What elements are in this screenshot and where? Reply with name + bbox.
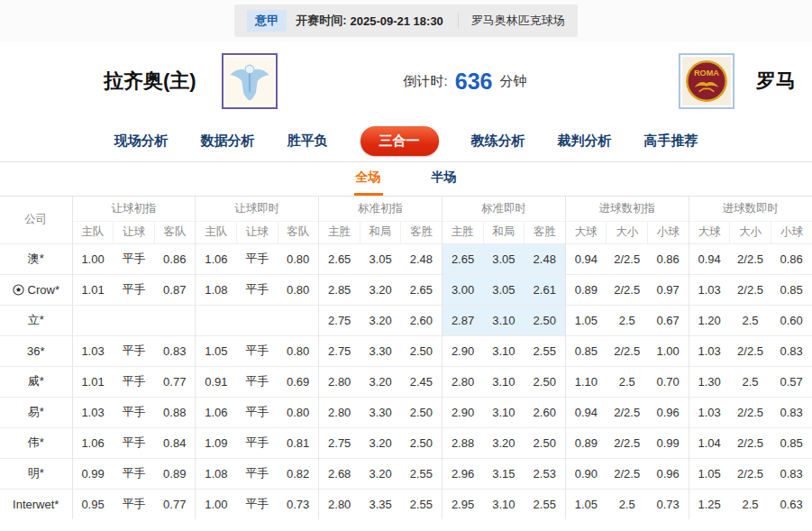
nav-tab-2[interactable]: 数据分析 xyxy=(201,133,255,150)
odds-cell[interactable]: 2.5 xyxy=(730,305,771,335)
odds-cell[interactable]: 2.5 xyxy=(607,305,648,335)
odds-cell[interactable]: 2.80 xyxy=(442,366,483,397)
odds-cell[interactable]: 平手 xyxy=(236,243,278,274)
odds-cell[interactable]: 0.69 xyxy=(278,366,319,397)
odds-cell[interactable]: 2.5 xyxy=(607,366,648,397)
odds-cell[interactable]: 3.35 xyxy=(360,489,401,519)
odds-cell[interactable]: 2/2.5 xyxy=(607,243,648,274)
odds-cell[interactable]: 平手 xyxy=(236,397,278,427)
odds-cell[interactable]: 2/2.5 xyxy=(730,274,771,305)
odds-cell[interactable]: 平手 xyxy=(114,427,155,458)
odds-cell[interactable] xyxy=(154,305,196,335)
company-cell[interactable]: 36* xyxy=(0,335,72,366)
odds-cell[interactable]: 2/2.5 xyxy=(607,335,648,366)
odds-cell[interactable]: 0.77 xyxy=(154,366,196,397)
odds-cell[interactable]: 0.85 xyxy=(565,335,607,366)
odds-cell[interactable]: 2.55 xyxy=(525,489,566,519)
odds-cell[interactable] xyxy=(196,305,237,335)
odds-cell[interactable]: 3.10 xyxy=(483,397,525,427)
odds-cell[interactable]: 3.10 xyxy=(483,335,525,366)
odds-cell[interactable]: 0.96 xyxy=(648,458,689,489)
odds-cell[interactable]: 1.06 xyxy=(196,243,237,274)
odds-cell[interactable]: 0.83 xyxy=(771,458,812,489)
odds-cell[interactable]: 1.06 xyxy=(72,427,114,458)
odds-cell[interactable]: 2.61 xyxy=(525,274,566,305)
odds-cell[interactable]: 2.75 xyxy=(319,305,360,335)
odds-cell[interactable]: 3.10 xyxy=(483,305,525,335)
odds-cell[interactable]: 2.53 xyxy=(525,458,566,489)
odds-cell[interactable]: 2/2.5 xyxy=(730,427,771,458)
nav-tab-6[interactable]: 裁判分析 xyxy=(558,133,612,150)
odds-cell[interactable]: 1.05 xyxy=(196,335,237,366)
odds-cell[interactable]: 2.90 xyxy=(442,397,483,427)
odds-cell[interactable]: 3.30 xyxy=(360,335,401,366)
odds-cell[interactable]: 3.20 xyxy=(483,427,525,458)
odds-cell[interactable]: 3.05 xyxy=(360,243,401,274)
odds-cell[interactable]: 2.50 xyxy=(401,427,442,458)
odds-cell[interactable]: 平手 xyxy=(236,274,278,305)
nav-tab-3[interactable]: 胜平负 xyxy=(287,133,328,150)
odds-cell[interactable]: 3.20 xyxy=(360,458,401,489)
odds-cell[interactable]: 1.03 xyxy=(689,335,730,366)
odds-cell[interactable]: 0.83 xyxy=(154,335,196,366)
nav-tab-4[interactable]: 三合一 xyxy=(360,126,439,156)
odds-cell[interactable]: 2.48 xyxy=(525,243,566,274)
odds-cell[interactable]: 2.75 xyxy=(319,335,360,366)
odds-cell[interactable]: 2.55 xyxy=(401,458,442,489)
odds-cell[interactable]: 平手 xyxy=(236,427,278,458)
odds-cell[interactable]: 1.08 xyxy=(196,458,237,489)
odds-cell[interactable]: 0.89 xyxy=(565,427,607,458)
odds-cell[interactable]: 0.94 xyxy=(689,243,730,274)
odds-cell[interactable]: 3.15 xyxy=(483,458,525,489)
odds-cell[interactable]: 1.00 xyxy=(72,243,114,274)
odds-cell[interactable]: 0.90 xyxy=(565,458,607,489)
odds-cell[interactable]: 2/2.5 xyxy=(730,397,771,427)
odds-cell[interactable]: 平手 xyxy=(114,366,155,397)
odds-cell[interactable]: 1.09 xyxy=(196,427,237,458)
odds-cell[interactable]: 2.48 xyxy=(401,243,442,274)
odds-cell[interactable]: 2.60 xyxy=(401,305,442,335)
odds-cell[interactable] xyxy=(114,305,155,335)
odds-cell[interactable] xyxy=(278,305,319,335)
odds-cell[interactable]: 1.20 xyxy=(689,305,730,335)
odds-cell[interactable]: 0.94 xyxy=(565,397,607,427)
odds-cell[interactable]: 3.20 xyxy=(360,274,401,305)
odds-cell[interactable]: 0.80 xyxy=(278,397,319,427)
nav-tab-7[interactable]: 高手推荐 xyxy=(644,133,698,150)
odds-cell[interactable] xyxy=(72,305,114,335)
odds-cell[interactable]: 1.05 xyxy=(689,458,730,489)
odds-cell[interactable]: 1.10 xyxy=(565,366,607,397)
odds-cell[interactable]: 0.89 xyxy=(565,274,607,305)
odds-cell[interactable]: 3.10 xyxy=(483,366,525,397)
odds-cell[interactable]: 1.05 xyxy=(565,489,607,519)
odds-cell[interactable]: 平手 xyxy=(114,458,155,489)
odds-cell[interactable]: 1.08 xyxy=(196,274,237,305)
odds-cell[interactable]: 1.03 xyxy=(72,335,114,366)
odds-cell[interactable]: 0.89 xyxy=(154,458,196,489)
odds-cell[interactable]: 3.10 xyxy=(483,489,525,519)
odds-cell[interactable]: 0.84 xyxy=(154,427,196,458)
company-cell[interactable]: Crow* xyxy=(0,274,72,305)
odds-cell[interactable]: 3.30 xyxy=(360,397,401,427)
odds-cell[interactable]: 1.04 xyxy=(689,427,730,458)
odds-cell[interactable]: 0.81 xyxy=(278,427,319,458)
odds-cell[interactable]: 3.20 xyxy=(360,366,401,397)
odds-cell[interactable]: 1.05 xyxy=(565,305,607,335)
odds-cell[interactable]: 0.82 xyxy=(278,458,319,489)
odds-cell[interactable]: 2.65 xyxy=(401,274,442,305)
odds-cell[interactable]: 0.85 xyxy=(771,427,812,458)
odds-cell[interactable]: 2.80 xyxy=(319,489,360,519)
odds-cell[interactable]: 2.85 xyxy=(319,274,360,305)
odds-cell[interactable]: 3.20 xyxy=(360,305,401,335)
odds-cell[interactable]: 0.95 xyxy=(72,489,114,519)
odds-cell[interactable] xyxy=(236,305,278,335)
odds-cell[interactable]: 2.88 xyxy=(442,427,483,458)
odds-cell[interactable]: 2.50 xyxy=(401,335,442,366)
subtab-2[interactable]: 半场 xyxy=(430,162,459,196)
odds-cell[interactable]: 2.80 xyxy=(319,397,360,427)
odds-cell[interactable]: 2.65 xyxy=(442,243,483,274)
odds-cell[interactable]: 平手 xyxy=(114,243,155,274)
nav-tab-5[interactable]: 教练分析 xyxy=(471,133,525,150)
odds-cell[interactable]: 2.80 xyxy=(319,366,360,397)
company-cell[interactable]: 立* xyxy=(0,305,72,335)
